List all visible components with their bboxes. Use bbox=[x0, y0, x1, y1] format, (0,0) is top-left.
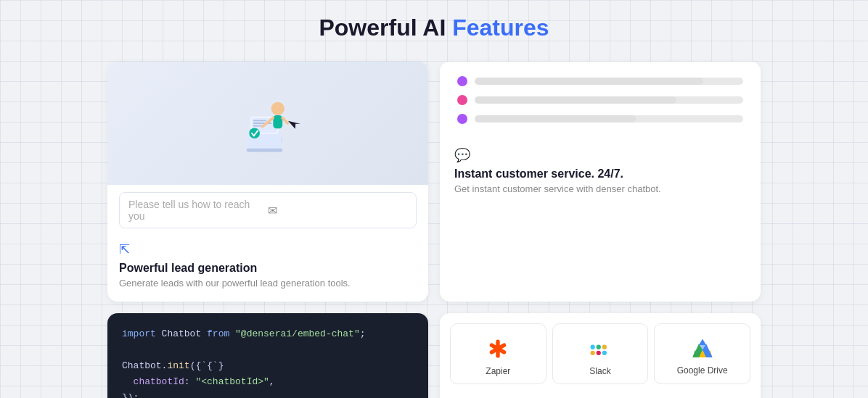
progress-row-1 bbox=[457, 76, 743, 86]
svg-point-13 bbox=[249, 128, 260, 138]
code-line-4: chatbotId: "<chatbotId>", bbox=[122, 374, 414, 390]
integrations-card-body: ⊞ Multiple integrations DenserBot integr… bbox=[440, 391, 761, 398]
lead-input-row[interactable]: Please tell us how to reach you ✉ bbox=[119, 192, 417, 228]
service-card-desc: Get instant customer service with denser… bbox=[454, 183, 746, 194]
bar-track-3 bbox=[475, 115, 743, 123]
features-grid: Please tell us how to reach you ✉ ⇱ Powe… bbox=[107, 62, 761, 398]
lead-card-body: ⇱ Powerful lead generation Generate lead… bbox=[107, 239, 428, 302]
lead-illustration-svg bbox=[228, 83, 308, 163]
service-card-body: 💬 Instant customer service. 24/7. Get in… bbox=[440, 140, 761, 207]
svg-rect-5 bbox=[253, 120, 266, 121]
integration-gdrive: Google Drive bbox=[654, 323, 750, 384]
integration-slack: Slack bbox=[552, 323, 649, 384]
code-line-2 bbox=[122, 342, 414, 358]
gdrive-label: Google Drive bbox=[677, 365, 728, 376]
lead-input-placeholder: Please tell us how to reach you bbox=[128, 199, 268, 222]
svg-rect-22 bbox=[602, 345, 607, 349]
bar-fill-3 bbox=[475, 115, 636, 123]
code-line-1: import Chatbot from "@denserai/embed-cha… bbox=[122, 326, 414, 342]
progress-row-3 bbox=[457, 114, 743, 124]
integration-zapier: Zapier bbox=[450, 323, 546, 384]
zapier-logo-svg bbox=[485, 336, 511, 362]
lead-illustration bbox=[107, 62, 428, 185]
svg-marker-27 bbox=[699, 339, 706, 345]
svg-rect-19 bbox=[597, 345, 601, 349]
svg-rect-18 bbox=[590, 345, 594, 349]
code-line-5: }); bbox=[122, 390, 414, 398]
gdrive-logo-svg bbox=[690, 336, 715, 361]
lead-card-title: Powerful lead generation bbox=[119, 262, 417, 275]
chat-icon: 💬 bbox=[454, 147, 746, 163]
svg-point-8 bbox=[271, 102, 284, 115]
slack-label: Slack bbox=[589, 366, 610, 376]
lead-card-desc: Generate leads with our powerful lead ge… bbox=[119, 278, 417, 289]
integrations-grid: Zapier Slack bbox=[440, 313, 761, 391]
code-line-3: Chatbot.init({`{`} bbox=[122, 358, 414, 374]
card-embed: import Chatbot from "@denserai/embed-cha… bbox=[107, 313, 428, 398]
envelope-icon: ✉ bbox=[268, 204, 407, 217]
svg-marker-12 bbox=[288, 117, 301, 130]
grid-icon: ⊞ bbox=[450, 394, 750, 398]
bar-track-2 bbox=[475, 96, 743, 104]
page-title-highlight: Features bbox=[452, 14, 549, 41]
dot-2 bbox=[457, 95, 467, 105]
svg-line-11 bbox=[282, 118, 287, 123]
zapier-label: Zapier bbox=[486, 366, 510, 376]
service-card-title: Instant customer service. 24/7. bbox=[454, 167, 746, 181]
page-title: Powerful AI Features bbox=[22, 14, 846, 41]
svg-rect-2 bbox=[247, 149, 283, 152]
service-illustration bbox=[440, 62, 761, 140]
card-lead-generation: Please tell us how to reach you ✉ ⇱ Powe… bbox=[107, 62, 428, 302]
page-title-static: Powerful AI bbox=[319, 14, 452, 41]
dot-3 bbox=[457, 114, 467, 124]
dot-1 bbox=[457, 76, 467, 86]
svg-rect-20 bbox=[590, 351, 594, 355]
slack-logo-svg bbox=[587, 336, 613, 362]
bar-fill-1 bbox=[475, 78, 703, 85]
code-block: import Chatbot from "@denserai/embed-cha… bbox=[107, 313, 428, 398]
svg-rect-21 bbox=[597, 351, 601, 355]
progress-row-2 bbox=[457, 95, 743, 105]
bar-track-1 bbox=[475, 78, 743, 85]
svg-rect-9 bbox=[273, 115, 282, 128]
card-integrations: Zapier Slack bbox=[440, 313, 761, 398]
svg-rect-23 bbox=[602, 351, 607, 355]
bar-fill-2 bbox=[475, 96, 676, 104]
card-customer-service: 💬 Instant customer service. 24/7. Get in… bbox=[440, 62, 761, 302]
cursor-icon: ⇱ bbox=[119, 241, 417, 257]
